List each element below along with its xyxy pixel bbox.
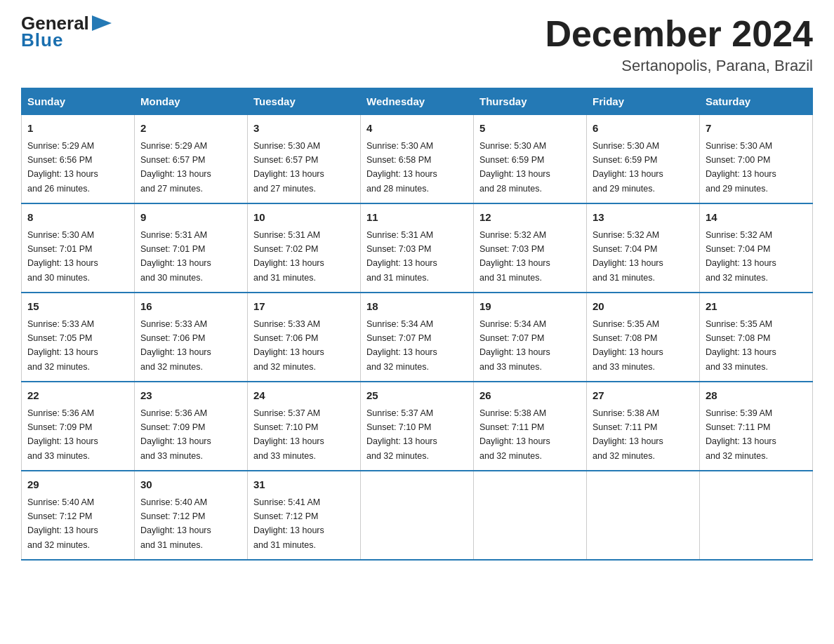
day-cell: 26Sunrise: 5:38 AMSunset: 7:11 PMDayligh… [474, 382, 587, 471]
logo-blue: Blue [21, 29, 63, 51]
day-info: Sunrise: 5:30 AMSunset: 6:59 PMDaylight:… [479, 141, 550, 194]
month-title: December 2024 [545, 14, 813, 54]
header-saturday: Saturday [700, 88, 813, 115]
week-row-4: 22Sunrise: 5:36 AMSunset: 7:09 PMDayligh… [22, 382, 813, 471]
day-info: Sunrise: 5:34 AMSunset: 7:07 PMDaylight:… [479, 319, 550, 372]
day-info: Sunrise: 5:31 AMSunset: 7:02 PMDaylight:… [253, 230, 324, 283]
day-info: Sunrise: 5:29 AMSunset: 6:57 PMDaylight:… [140, 141, 211, 194]
day-info: Sunrise: 5:40 AMSunset: 7:12 PMDaylight:… [27, 497, 98, 550]
week-row-1: 1Sunrise: 5:29 AMSunset: 6:56 PMDaylight… [22, 115, 813, 204]
day-cell: 13Sunrise: 5:32 AMSunset: 7:04 PMDayligh… [587, 203, 700, 293]
day-info: Sunrise: 5:36 AMSunset: 7:09 PMDaylight:… [27, 408, 98, 461]
day-cell: 31Sunrise: 5:41 AMSunset: 7:12 PMDayligh… [248, 471, 361, 560]
day-cell: 25Sunrise: 5:37 AMSunset: 7:10 PMDayligh… [361, 382, 474, 471]
day-number: 28 [706, 388, 807, 404]
day-number: 25 [366, 388, 468, 404]
day-cell [361, 471, 474, 560]
day-info: Sunrise: 5:33 AMSunset: 7:06 PMDaylight:… [140, 319, 211, 372]
header-thursday: Thursday [474, 88, 587, 115]
day-number: 13 [593, 210, 694, 226]
day-number: 20 [593, 299, 694, 315]
day-cell: 28Sunrise: 5:39 AMSunset: 7:11 PMDayligh… [700, 382, 813, 471]
header-friday: Friday [587, 88, 700, 115]
day-info: Sunrise: 5:32 AMSunset: 7:03 PMDaylight:… [479, 230, 550, 283]
day-info: Sunrise: 5:40 AMSunset: 7:12 PMDaylight:… [140, 497, 211, 550]
day-cell: 20Sunrise: 5:35 AMSunset: 7:08 PMDayligh… [587, 293, 700, 382]
day-number: 9 [140, 210, 241, 226]
day-number: 19 [479, 299, 581, 315]
header-sunday: Sunday [22, 88, 135, 115]
week-row-5: 29Sunrise: 5:40 AMSunset: 7:12 PMDayligh… [22, 471, 813, 560]
week-row-2: 8Sunrise: 5:30 AMSunset: 7:01 PMDaylight… [22, 203, 813, 293]
day-info: Sunrise: 5:35 AMSunset: 7:08 PMDaylight:… [593, 319, 663, 372]
day-number: 3 [253, 121, 355, 137]
header-wednesday: Wednesday [361, 88, 474, 115]
day-number: 22 [27, 388, 128, 404]
day-cell: 30Sunrise: 5:40 AMSunset: 7:12 PMDayligh… [135, 471, 248, 560]
day-number: 5 [479, 121, 581, 137]
day-info: Sunrise: 5:33 AMSunset: 7:06 PMDaylight:… [253, 319, 324, 372]
logo-arrow-icon [92, 15, 112, 31]
day-cell: 27Sunrise: 5:38 AMSunset: 7:11 PMDayligh… [587, 382, 700, 471]
day-number: 23 [140, 388, 241, 404]
day-cell: 1Sunrise: 5:29 AMSunset: 6:56 PMDaylight… [22, 115, 135, 204]
week-row-3: 15Sunrise: 5:33 AMSunset: 7:05 PMDayligh… [22, 293, 813, 382]
calendar-header-row: SundayMondayTuesdayWednesdayThursdayFrid… [22, 88, 813, 115]
day-cell: 11Sunrise: 5:31 AMSunset: 7:03 PMDayligh… [361, 203, 474, 293]
day-number: 24 [253, 388, 355, 404]
title-section: December 2024 Sertanopolis, Parana, Braz… [545, 14, 813, 75]
day-cell: 6Sunrise: 5:30 AMSunset: 6:59 PMDaylight… [587, 115, 700, 204]
day-info: Sunrise: 5:30 AMSunset: 6:59 PMDaylight:… [593, 141, 663, 194]
day-number: 12 [479, 210, 581, 226]
day-cell: 17Sunrise: 5:33 AMSunset: 7:06 PMDayligh… [248, 293, 361, 382]
day-cell: 7Sunrise: 5:30 AMSunset: 7:00 PMDaylight… [700, 115, 813, 204]
location: Sertanopolis, Parana, Brazil [545, 57, 813, 75]
day-cell: 12Sunrise: 5:32 AMSunset: 7:03 PMDayligh… [474, 203, 587, 293]
day-info: Sunrise: 5:30 AMSunset: 6:58 PMDaylight:… [366, 141, 437, 194]
day-cell: 22Sunrise: 5:36 AMSunset: 7:09 PMDayligh… [22, 382, 135, 471]
day-cell: 18Sunrise: 5:34 AMSunset: 7:07 PMDayligh… [361, 293, 474, 382]
day-cell: 21Sunrise: 5:35 AMSunset: 7:08 PMDayligh… [700, 293, 813, 382]
day-number: 1 [27, 121, 128, 137]
day-info: Sunrise: 5:41 AMSunset: 7:12 PMDaylight:… [253, 497, 324, 550]
calendar-table: SundayMondayTuesdayWednesdayThursdayFrid… [21, 88, 813, 561]
header-monday: Monday [135, 88, 248, 115]
day-number: 18 [366, 299, 468, 315]
day-info: Sunrise: 5:37 AMSunset: 7:10 PMDaylight:… [253, 408, 324, 461]
day-info: Sunrise: 5:39 AMSunset: 7:11 PMDaylight:… [706, 408, 776, 461]
day-cell: 8Sunrise: 5:30 AMSunset: 7:01 PMDaylight… [22, 203, 135, 293]
day-number: 30 [140, 477, 241, 493]
day-number: 8 [27, 210, 128, 226]
day-cell: 5Sunrise: 5:30 AMSunset: 6:59 PMDaylight… [474, 115, 587, 204]
day-info: Sunrise: 5:30 AMSunset: 7:00 PMDaylight:… [706, 141, 776, 194]
day-cell: 9Sunrise: 5:31 AMSunset: 7:01 PMDaylight… [135, 203, 248, 293]
day-number: 11 [366, 210, 468, 226]
day-number: 26 [479, 388, 581, 404]
day-info: Sunrise: 5:31 AMSunset: 7:01 PMDaylight:… [140, 230, 211, 283]
day-info: Sunrise: 5:38 AMSunset: 7:11 PMDaylight:… [593, 408, 663, 461]
svg-marker-0 [92, 15, 112, 31]
day-number: 31 [253, 477, 355, 493]
day-number: 2 [140, 121, 241, 137]
day-number: 6 [593, 121, 694, 137]
day-info: Sunrise: 5:35 AMSunset: 7:08 PMDaylight:… [706, 319, 776, 372]
day-cell: 19Sunrise: 5:34 AMSunset: 7:07 PMDayligh… [474, 293, 587, 382]
day-cell: 23Sunrise: 5:36 AMSunset: 7:09 PMDayligh… [135, 382, 248, 471]
day-info: Sunrise: 5:32 AMSunset: 7:04 PMDaylight:… [706, 230, 776, 283]
day-cell: 16Sunrise: 5:33 AMSunset: 7:06 PMDayligh… [135, 293, 248, 382]
day-info: Sunrise: 5:38 AMSunset: 7:11 PMDaylight:… [479, 408, 550, 461]
day-cell: 10Sunrise: 5:31 AMSunset: 7:02 PMDayligh… [248, 203, 361, 293]
day-number: 17 [253, 299, 355, 315]
day-info: Sunrise: 5:30 AMSunset: 7:01 PMDaylight:… [27, 230, 98, 283]
day-info: Sunrise: 5:31 AMSunset: 7:03 PMDaylight:… [366, 230, 437, 283]
day-info: Sunrise: 5:33 AMSunset: 7:05 PMDaylight:… [27, 319, 98, 372]
logo: General Blue [21, 14, 112, 51]
day-cell: 14Sunrise: 5:32 AMSunset: 7:04 PMDayligh… [700, 203, 813, 293]
day-cell: 15Sunrise: 5:33 AMSunset: 7:05 PMDayligh… [22, 293, 135, 382]
day-number: 7 [706, 121, 807, 137]
day-cell: 24Sunrise: 5:37 AMSunset: 7:10 PMDayligh… [248, 382, 361, 471]
day-cell: 2Sunrise: 5:29 AMSunset: 6:57 PMDaylight… [135, 115, 248, 204]
day-info: Sunrise: 5:37 AMSunset: 7:10 PMDaylight:… [366, 408, 437, 461]
day-number: 10 [253, 210, 355, 226]
day-number: 15 [27, 299, 128, 315]
